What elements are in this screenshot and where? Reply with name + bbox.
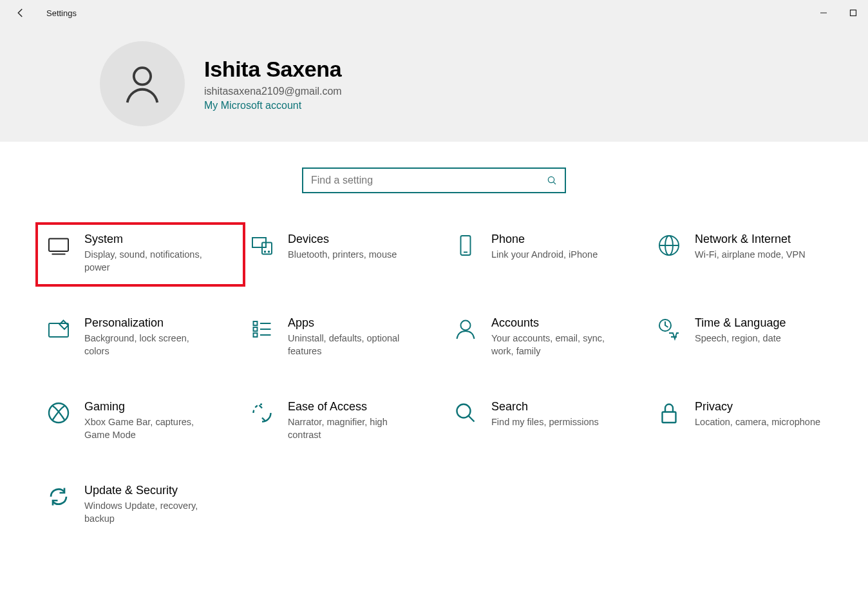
maximize-button[interactable] <box>838 0 868 26</box>
tile-desc: Your accounts, email, sync, work, family <box>491 332 623 358</box>
svg-point-26 <box>49 403 68 423</box>
window-title: Settings <box>46 8 77 18</box>
svg-point-9 <box>265 251 266 253</box>
tile-desc: Wi-Fi, airplane mode, VPN <box>695 249 826 262</box>
svg-line-4 <box>553 182 556 184</box>
tile-title: Accounts <box>491 316 623 330</box>
tile-desc: Link your Android, iPhone <box>491 249 623 262</box>
categories-grid: System Display, sound, notifications, po… <box>19 229 849 531</box>
minimize-icon <box>820 9 827 17</box>
search-box[interactable] <box>302 167 566 193</box>
tile-desc: Speech, region, date <box>695 332 826 345</box>
tile-desc: Find my files, permissions <box>491 416 623 429</box>
back-button[interactable] <box>8 0 33 26</box>
svg-point-3 <box>548 177 554 182</box>
xbox-icon <box>46 400 71 426</box>
tile-network[interactable]: Network & Internet Wi-Fi, airplane mode,… <box>652 229 849 280</box>
devices-icon <box>249 233 275 258</box>
magnifier-icon <box>453 400 478 426</box>
user-info: Ishita Saxena ishitasaxena2109@gmail.com… <box>204 57 342 111</box>
svg-rect-1 <box>851 10 856 16</box>
avatar[interactable] <box>100 41 185 126</box>
tile-title: Ease of Access <box>288 400 419 414</box>
tile-update-security[interactable]: Update & Security Windows Update, recove… <box>42 480 239 531</box>
svg-rect-18 <box>254 327 258 331</box>
apps-icon <box>249 316 275 342</box>
tile-apps[interactable]: Apps Uninstall, defaults, optional featu… <box>245 312 442 364</box>
window-controls <box>809 0 868 26</box>
tile-desc: Narrator, magnifier, high contrast <box>288 416 419 441</box>
lock-icon <box>656 400 682 426</box>
svg-point-23 <box>461 321 471 330</box>
tile-accounts[interactable]: Accounts Your accounts, email, sync, wor… <box>449 312 646 364</box>
tile-desc: Display, sound, notifications, power <box>84 249 216 274</box>
svg-rect-19 <box>254 333 258 337</box>
svg-point-10 <box>269 251 270 253</box>
tile-desc: Bluetooth, printers, mouse <box>288 249 419 262</box>
tile-title: Privacy <box>695 400 826 414</box>
tile-desc: Uninstall, defaults, optional features <box>288 332 419 358</box>
tile-title: Apps <box>288 316 419 330</box>
maximize-icon <box>849 9 857 17</box>
tile-phone[interactable]: Phone Link your Android, iPhone <box>449 229 646 280</box>
search-icon <box>547 175 557 186</box>
tile-desc: Background, lock screen, colors <box>84 332 216 358</box>
paint-icon <box>46 316 71 342</box>
svg-line-28 <box>469 416 475 422</box>
tile-time-language[interactable]: Time & Language Speech, region, date <box>652 312 849 364</box>
microsoft-account-link[interactable]: My Microsoft account <box>204 100 342 111</box>
update-icon <box>46 484 71 510</box>
person-icon <box>120 61 165 106</box>
tile-title: Devices <box>288 233 419 246</box>
svg-rect-5 <box>49 239 68 252</box>
tile-title: Network & Internet <box>695 233 826 246</box>
tile-title: Gaming <box>84 400 216 414</box>
tile-desc: Xbox Game Bar, captures, Game Mode <box>84 416 216 441</box>
arrow-left-icon <box>15 7 26 19</box>
minimize-button[interactable] <box>809 0 838 26</box>
globe-icon <box>656 233 682 258</box>
header: Ishita Saxena ishitasaxena2109@gmail.com… <box>0 26 868 142</box>
tile-devices[interactable]: Devices Bluetooth, printers, mouse <box>245 229 442 280</box>
tile-title: Personalization <box>84 316 216 330</box>
tile-desc: Windows Update, recovery, backup <box>84 500 216 525</box>
svg-rect-29 <box>663 412 676 423</box>
svg-point-27 <box>457 405 471 418</box>
titlebar: Settings <box>0 0 868 26</box>
ease-of-access-icon <box>249 400 275 426</box>
search-input[interactable] <box>311 175 547 186</box>
tile-privacy[interactable]: Privacy Location, camera, microphone <box>652 396 849 448</box>
svg-rect-16 <box>49 323 68 337</box>
person-outline-icon <box>453 316 478 342</box>
tile-title: Time & Language <box>695 316 826 330</box>
tile-title: Phone <box>491 233 623 246</box>
tile-personalization[interactable]: Personalization Background, lock screen,… <box>42 312 239 364</box>
tile-title: System <box>84 233 216 246</box>
tile-gaming[interactable]: Gaming Xbox Game Bar, captures, Game Mod… <box>42 396 239 448</box>
display-icon <box>46 233 71 258</box>
svg-point-2 <box>134 68 151 84</box>
user-name: Ishita Saxena <box>204 57 342 82</box>
phone-icon <box>453 233 478 258</box>
svg-rect-17 <box>254 321 258 325</box>
svg-rect-8 <box>262 243 272 254</box>
user-email: ishitasaxena2109@gmail.com <box>204 86 342 97</box>
tile-title: Search <box>491 400 623 414</box>
time-language-icon <box>656 316 682 342</box>
tile-ease-of-access[interactable]: Ease of Access Narrator, magnifier, high… <box>245 396 442 448</box>
tile-system[interactable]: System Display, sound, notifications, po… <box>42 229 239 280</box>
tile-title: Update & Security <box>84 484 216 497</box>
tile-desc: Location, camera, microphone <box>695 416 826 429</box>
tile-search[interactable]: Search Find my files, permissions <box>449 396 646 448</box>
